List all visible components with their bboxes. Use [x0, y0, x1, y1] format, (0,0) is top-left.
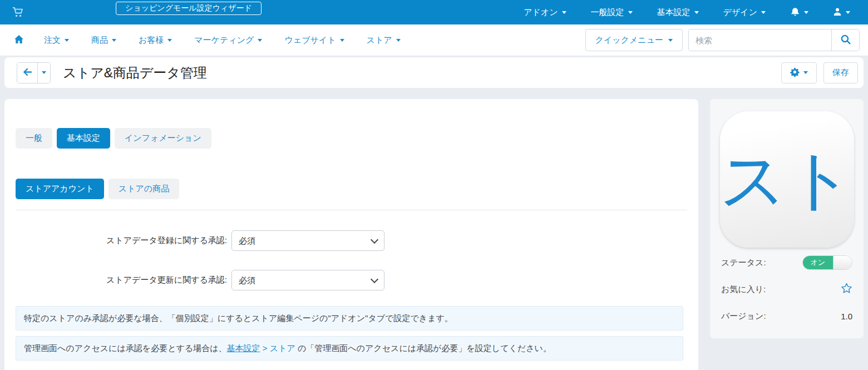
- nav-item-orders[interactable]: 注文: [44, 35, 69, 46]
- version-row: バージョン: 1.0: [710, 308, 864, 324]
- topbar-menu-basic-settings[interactable]: 基本設定: [657, 7, 699, 18]
- nav-item-products-label: 商品: [91, 35, 108, 46]
- chevron-down-icon: [803, 71, 808, 74]
- nav-items: 注文 商品 お客様 マーケティング ウェブサイト: [44, 35, 401, 46]
- chevron-down-icon: [761, 11, 766, 14]
- cart-icon[interactable]: [12, 7, 23, 19]
- store-update-approval-label: ストアデータ更新に関する承認:: [16, 275, 227, 285]
- chevron-down-icon: [65, 39, 69, 42]
- addon-detail-rows: ステータス: オン お気に入り: バージョン: 1.0: [710, 255, 864, 324]
- chevron-down-icon: [258, 39, 262, 42]
- tabs: 一般 基本設定 インフォメーション: [16, 128, 687, 149]
- topbar-menus: アドオン 一般設定 基本設定 デザイン: [524, 0, 850, 24]
- back-button[interactable]: [17, 63, 37, 83]
- version-value: 1.0: [841, 312, 852, 321]
- nav-item-products[interactable]: 商品: [91, 35, 116, 46]
- chevron-down-icon: [112, 39, 116, 42]
- divider: [16, 210, 687, 210]
- note-admin-access: 管理画面へのアクセスには承認を必要とする場合は、基本設定 > ストア の「管理画…: [16, 336, 683, 361]
- back-button-group: [17, 62, 51, 83]
- nav-item-customers-label: お客様: [139, 35, 164, 46]
- nav-item-stores[interactable]: ストア: [367, 35, 401, 46]
- chevron-down-icon: [42, 71, 46, 74]
- search-icon: [840, 34, 851, 47]
- settings-panel: 一般 基本設定 インフォメーション ストアアカウント ストアの商品 ストアデータ…: [4, 99, 698, 370]
- form-row-store-update-approval: ストアデータ更新に関する承認: 必須: [16, 270, 687, 290]
- store-update-approval-select[interactable]: 必須: [231, 270, 384, 290]
- tab-general[interactable]: 一般: [16, 128, 52, 149]
- chevron-down-icon: [694, 11, 699, 14]
- nav-item-website[interactable]: ウェブサイト: [284, 35, 344, 46]
- user-icon: [833, 7, 842, 18]
- nav-item-website-label: ウェブサイト: [284, 35, 336, 46]
- chevron-down-icon: [340, 39, 344, 42]
- topbar-menu-addons-label: アドオン: [524, 7, 558, 18]
- topbar-menu-design[interactable]: デザイン: [723, 7, 766, 18]
- note-individual-setting-text: 特定のストアのみ承認が必要な場合、「個別設定」にするとストア編集ページの"アドオ…: [24, 313, 453, 323]
- note-admin-access-suffix: の「管理画面へのアクセスには承認が必要」を設定してください。: [295, 343, 551, 353]
- form-row-store-registration-approval: ストアデータ登録に関する承認: 必須: [16, 230, 687, 251]
- admin-screen: ショッピングモール設定ウィザード アドオン 一般設定 基本設定 デザイン: [0, 0, 868, 370]
- page-title: ストア&商品データ管理: [63, 64, 207, 82]
- nav-item-stores-label: ストア: [367, 35, 392, 46]
- user-menu[interactable]: [833, 7, 850, 18]
- topbar-menu-addons[interactable]: アドオン: [524, 7, 566, 18]
- chevron-down-icon: [846, 11, 850, 14]
- chevron-down-icon: [396, 39, 401, 42]
- notifications-menu[interactable]: [790, 7, 808, 18]
- back-history-dropdown[interactable]: [37, 63, 50, 83]
- nav-item-customers[interactable]: お客様: [139, 35, 172, 46]
- store-registration-approval-select-wrap: 必須: [231, 230, 384, 251]
- quick-menu-button[interactable]: クイックメニュー: [585, 29, 683, 51]
- status-toggle-on-label: オン: [803, 256, 833, 269]
- note-individual-setting: 特定のストアのみ承認が必要な場合、「個別設定」にするとストア編集ページの"アドオ…: [16, 306, 683, 330]
- store-registration-approval-select[interactable]: 必須: [231, 230, 384, 251]
- status-row: ステータス: オン: [710, 255, 864, 270]
- status-toggle-knob: [833, 256, 852, 269]
- link-basic-settings[interactable]: 基本設定: [227, 343, 260, 353]
- star-icon[interactable]: [841, 283, 852, 296]
- addon-icon-text: スト: [720, 147, 854, 213]
- setup-wizard-button[interactable]: ショッピングモール設定ウィザード: [116, 2, 262, 15]
- store-update-approval-select-wrap: 必須: [231, 270, 384, 290]
- tab-basic-settings[interactable]: 基本設定: [57, 128, 110, 149]
- note-admin-access-prefix: 管理画面へのアクセスには承認を必要とする場合は、: [24, 343, 227, 353]
- topbar-menu-design-label: デザイン: [723, 7, 757, 18]
- chevron-down-icon: [804, 11, 808, 14]
- status-toggle[interactable]: オン: [802, 255, 852, 270]
- nav-item-marketing[interactable]: マーケティング: [194, 35, 262, 46]
- chevron-down-icon: [668, 39, 673, 42]
- search-button[interactable]: [831, 29, 859, 51]
- main-navbar: 注文 商品 お客様 マーケティング ウェブサイト: [0, 24, 868, 56]
- chevron-down-icon: [628, 11, 633, 14]
- chevron-down-icon: [562, 11, 566, 14]
- search-group: [688, 29, 860, 51]
- tab-information[interactable]: インフォメーション: [115, 128, 211, 149]
- topbar-menu-general-settings-label: 一般設定: [591, 7, 624, 18]
- home-icon[interactable]: [14, 34, 24, 46]
- status-label: ステータス:: [721, 258, 766, 268]
- link-stores[interactable]: ストア: [270, 343, 295, 353]
- nav-item-marketing-label: マーケティング: [194, 35, 254, 46]
- favorite-label: お気に入り:: [721, 284, 766, 295]
- store-registration-approval-label: ストアデータ登録に関する承認:: [16, 235, 227, 246]
- save-button[interactable]: 保存: [823, 62, 858, 83]
- subtabs: ストアアカウント ストアの商品: [16, 179, 687, 199]
- addon-icon: スト: [720, 111, 854, 248]
- nav-item-orders-label: 注文: [44, 35, 61, 46]
- topbar-menu-basic-settings-label: 基本設定: [657, 7, 691, 18]
- subtab-store-account[interactable]: ストアアカウント: [16, 179, 104, 199]
- arrow-left-icon: [23, 68, 32, 78]
- subtab-store-products[interactable]: ストアの商品: [108, 179, 179, 199]
- breadcrumb-separator: >: [260, 343, 270, 353]
- bell-icon: [790, 7, 800, 18]
- settings-gear-button[interactable]: [781, 62, 817, 83]
- approval-form: ストアデータ登録に関する承認: 必須 ストアデータ更新に関する承認: 必須: [16, 230, 687, 290]
- gear-icon: [790, 67, 800, 78]
- topbar-menu-general-settings[interactable]: 一般設定: [591, 7, 633, 18]
- chevron-down-icon: [167, 39, 172, 42]
- favorite-row: お気に入り:: [710, 282, 864, 297]
- topbar: ショッピングモール設定ウィザード アドオン 一般設定 基本設定 デザイン: [0, 0, 868, 24]
- search-input[interactable]: [689, 29, 831, 51]
- addon-info-panel: スト ステータス: オン お気に入り: バージョン: 1.0: [710, 99, 864, 338]
